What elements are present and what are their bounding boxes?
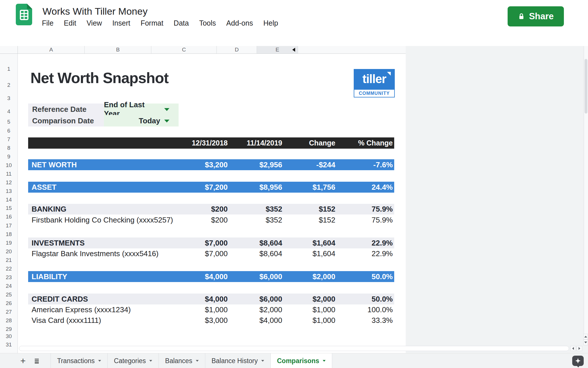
tab-balance-history[interactable]: Balance History — [205, 353, 271, 368]
column-header-B[interactable]: B — [85, 46, 151, 54]
menu-item-data[interactable]: Data — [174, 19, 189, 27]
table-row-firstbank-holding-co-checking-xxxx5257[interactable]: Firstbank Holding Co Checking (xxxx5257)… — [28, 214, 394, 225]
row-header-6[interactable]: 6 — [0, 128, 18, 134]
row-header-7[interactable]: 7 — [0, 136, 18, 143]
menu-item-help[interactable]: Help — [263, 19, 278, 27]
tiller-mark-icon — [387, 72, 391, 76]
table-row-credit-cards[interactable]: CREDIT CARDS$4,000$6,000$2,00050.0% — [28, 294, 394, 304]
menu-item-edit[interactable]: Edit — [64, 19, 76, 27]
table-header-row[interactable]: 12/31/201811/14/2019Change% Change — [28, 137, 394, 149]
menu-item-tools[interactable]: Tools — [199, 19, 216, 27]
row-label: BANKING — [32, 205, 66, 214]
row-header-10[interactable]: 10 — [0, 162, 18, 168]
row-header-21[interactable]: 21 — [0, 257, 18, 263]
menu-item-file[interactable]: File — [42, 19, 53, 27]
hidden-columns-marker-icon[interactable] — [292, 48, 295, 52]
table-row-asset[interactable]: ASSET$7,200$8,956$1,75624.4% — [28, 182, 394, 193]
row-header-17[interactable]: 17 — [0, 223, 18, 229]
toolbar: 100%$%.0←.00→123Overpass10BISA⋯ — [0, 29, 588, 46]
right-arrow-icon — [579, 347, 580, 350]
date-selector-label: Comparison Date — [28, 115, 104, 126]
row-header-5[interactable]: 5 — [0, 119, 18, 125]
table-row-banking[interactable]: BANKING$200$352$15275.9% — [28, 204, 394, 214]
tab-dropdown-caret-icon — [98, 360, 101, 362]
tab-dropdown-caret-icon — [323, 360, 326, 362]
row-header-11[interactable]: 11 — [0, 171, 18, 177]
spreadsheet-app: Works With Tiller Money FileEditViewInse… — [0, 0, 588, 368]
table-row-american-express-xxxx1234[interactable]: American Express (xxxx1234)$1,000$2,000$… — [28, 304, 394, 315]
menu-item-view[interactable]: View — [86, 19, 102, 27]
tab-label: Transactions — [57, 357, 95, 365]
row-header-25[interactable]: 25 — [0, 292, 18, 298]
row-header-23[interactable]: 23 — [0, 274, 18, 281]
row-header-4[interactable]: 4 — [0, 108, 18, 115]
row-value: 50.0% — [372, 295, 393, 304]
row-header-12[interactable]: 12 — [0, 179, 18, 186]
row-header-19[interactable]: 19 — [0, 240, 18, 246]
row-header-13[interactable]: 13 — [0, 188, 18, 194]
row-value: 75.9% — [372, 205, 393, 214]
row-header-26[interactable]: 26 — [0, 300, 18, 306]
sheet-tab-bar: + TransactionsCategoriesBalancesBalance … — [0, 353, 588, 368]
row-header-30[interactable]: 30 — [0, 333, 18, 340]
share-button[interactable]: Share — [508, 6, 564, 26]
all-sheets-button[interactable] — [30, 353, 43, 368]
column-header-C[interactable]: C — [151, 46, 217, 54]
date-selector-value[interactable]: End of Last Year — [104, 103, 179, 115]
column-header-D[interactable]: D — [217, 46, 257, 54]
row-value: $8,604 — [259, 249, 282, 258]
menu-item-format[interactable]: Format — [141, 19, 163, 27]
tab-transactions[interactable]: Transactions — [51, 353, 108, 368]
menu-item-insert[interactable]: Insert — [112, 19, 130, 27]
row-header-18[interactable]: 18 — [0, 231, 18, 237]
row-header-14[interactable]: 14 — [0, 197, 18, 203]
menu-item-addons[interactable]: Add-ons — [226, 19, 253, 27]
row-header-2[interactable]: 2 — [0, 82, 18, 88]
row-header-9[interactable]: 9 — [0, 154, 18, 160]
row-label: Flagstar Bank Investments (xxxx5416) — [32, 249, 158, 258]
table-row-flagstar-bank-investments-xxxx5416[interactable]: Flagstar Bank Investments (xxxx5416)$7,0… — [28, 248, 394, 259]
column-header-A[interactable]: A — [18, 46, 85, 54]
row-header-24[interactable]: 24 — [0, 283, 18, 289]
row-label: Visa Card (xxxx1111) — [32, 316, 101, 325]
row-value: $2,000 — [312, 272, 335, 281]
sheets-logo-icon[interactable] — [16, 4, 32, 25]
green-dropdown-caret-icon — [164, 108, 169, 111]
row-label: NET WORTH — [32, 160, 77, 169]
column-header-E[interactable]: E — [257, 46, 298, 54]
row-header-29[interactable]: 29 — [0, 326, 18, 332]
row-header-22[interactable]: 22 — [0, 266, 18, 272]
scroll-left-button[interactable] — [570, 346, 576, 351]
doc-title[interactable]: Works With Tiller Money — [42, 6, 148, 17]
date-selector-value[interactable]: Today — [104, 115, 179, 126]
tiller-community-text: COMMUNITY — [354, 89, 395, 97]
row-header-15[interactable]: 15 — [0, 205, 18, 211]
explore-button[interactable] — [572, 356, 584, 366]
tab-balances[interactable]: Balances — [159, 353, 205, 368]
tab-categories[interactable]: Categories — [108, 353, 159, 368]
date-selector-row: Comparison DateToday — [28, 115, 179, 126]
row-header-3[interactable]: 3 — [0, 95, 18, 101]
vertical-scrollbar-thumb[interactable] — [585, 59, 587, 114]
up-arrow-icon — [584, 336, 587, 338]
scroll-right-button[interactable] — [577, 346, 582, 351]
row-header-28[interactable]: 28 — [0, 317, 18, 324]
row-label: LIABILITY — [32, 272, 67, 281]
horizontal-scrollbar-thumb[interactable] — [19, 346, 569, 351]
scroll-up-button[interactable] — [583, 334, 588, 340]
row-header-31[interactable]: 31 — [0, 342, 18, 348]
table-row-liability[interactable]: LIABILITY$4,000$6,000$2,00050.0% — [28, 271, 394, 282]
tab-comparisons[interactable]: Comparisons — [271, 353, 332, 368]
add-sheet-button[interactable]: + — [17, 353, 29, 368]
row-header-8[interactable]: 8 — [0, 145, 18, 151]
sheet-grid[interactable]: Net Worth Snapshot tiller COMMUNITY Refe… — [18, 54, 406, 353]
scroll-down-button[interactable] — [583, 340, 588, 345]
table-row-net-worth[interactable]: NET WORTH$3,200$2,956-$244-7.6% — [28, 159, 394, 170]
table-row-investments[interactable]: INVESTMENTS$7,000$8,604$1,60422.9% — [28, 237, 394, 248]
row-header-27[interactable]: 27 — [0, 309, 18, 315]
sheet-report-title: Net Worth Snapshot — [30, 69, 169, 87]
row-header-20[interactable]: 20 — [0, 248, 18, 255]
row-header-16[interactable]: 16 — [0, 214, 18, 220]
table-row-visa-card-xxxx1111[interactable]: Visa Card (xxxx1111)$3,000$4,000$1,00033… — [28, 315, 394, 326]
row-header-1[interactable]: 1 — [0, 66, 18, 72]
